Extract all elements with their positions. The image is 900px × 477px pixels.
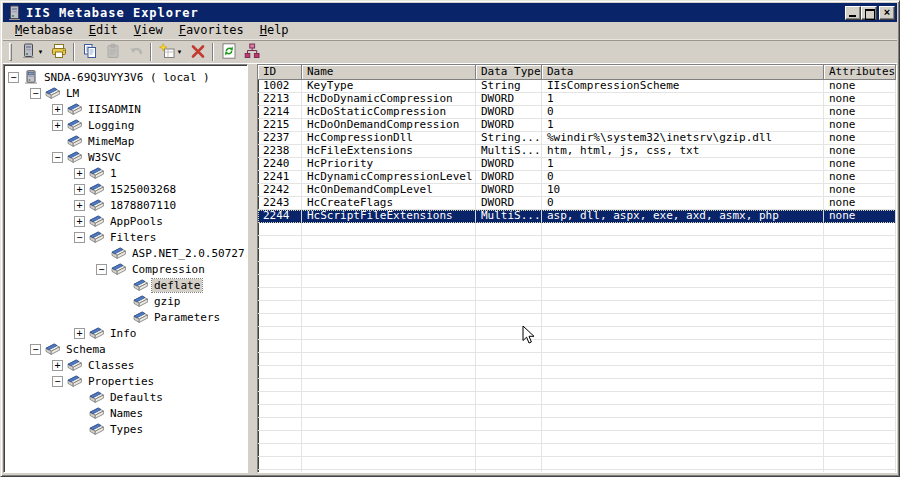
list-row-2242[interactable]: 2242HcOnDemandCompLevelDWORD10none — [258, 184, 896, 197]
new-key-button[interactable]: ▼ — [155, 41, 186, 63]
menu-favorites[interactable]: Favorites — [171, 22, 252, 39]
dropdown-arrow-icon[interactable]: ▼ — [38, 49, 44, 55]
list-row-2213[interactable]: 2213HcDoDynamicCompressionDWORD1none — [258, 93, 896, 106]
menu-edit[interactable]: Edit — [81, 22, 126, 39]
collapse-toggle[interactable]: − — [30, 344, 41, 355]
collapse-toggle[interactable]: − — [30, 88, 41, 99]
tree-item-filters[interactable]: −Filters — [4, 229, 247, 245]
collapse-toggle[interactable]: − — [74, 232, 85, 243]
pane-splitter[interactable] — [248, 64, 257, 473]
tree-item-iisadmin[interactable]: +IISADMIN — [4, 101, 247, 117]
list-row-1002[interactable]: 1002KeyTypeStringIIsCompressionSchemenon… — [258, 80, 896, 93]
new-key-icon — [159, 43, 175, 59]
key-icon — [88, 406, 105, 420]
connect-button[interactable]: ▼ — [16, 41, 47, 63]
column-header-name[interactable]: Name — [302, 65, 476, 80]
tree-item-deflate[interactable]: deflate — [4, 277, 247, 293]
cell-data — [542, 236, 824, 249]
tree-item-snda-69q3uyy3v6-local[interactable]: −SNDA-69Q3UYY3V6 ( local ) — [4, 69, 247, 85]
expand-toggle[interactable]: + — [74, 216, 85, 227]
list-row-2244[interactable]: 2244HcScriptFileExtensionsMultiS...asp, … — [258, 210, 896, 223]
tree-item-classes[interactable]: +Classes — [4, 357, 247, 373]
cell-attributes — [824, 470, 896, 472]
key-icon — [44, 342, 61, 356]
cell-data-type — [476, 327, 542, 340]
tree-item-mimemap[interactable]: MimeMap — [4, 133, 247, 149]
tree-item-lm[interactable]: −LM — [4, 85, 247, 101]
list-row-2240[interactable]: 2240HcPriorityDWORD1none — [258, 158, 896, 171]
collapse-toggle[interactable]: − — [96, 264, 107, 275]
column-header-data[interactable]: Data — [542, 65, 824, 80]
tree-item-types[interactable]: Types — [4, 421, 247, 437]
cell-name — [302, 223, 476, 236]
tree-item-compression[interactable]: −Compression — [4, 261, 247, 277]
tree-item-1525003268[interactable]: +1525003268 — [4, 181, 247, 197]
expand-toggle[interactable]: + — [74, 184, 85, 195]
tree-item-asp-net-2-0-50727-0[interactable]: ASP.NET_2.0.50727.0 — [4, 245, 247, 261]
toolbar-grip[interactable] — [9, 43, 12, 61]
tree-item-schema[interactable]: −Schema — [4, 341, 247, 357]
paste-button[interactable] — [101, 41, 124, 63]
tree-item-1[interactable]: +1 — [4, 165, 247, 181]
collapse-toggle[interactable]: − — [52, 152, 63, 163]
list-row-empty — [258, 366, 896, 379]
list-row-2238[interactable]: 2238HcFileExtensionsMultiS...htm, html, … — [258, 145, 896, 158]
tree-item-apppools[interactable]: +AppPools — [4, 213, 247, 229]
menu-view[interactable]: View — [126, 22, 171, 39]
paste-icon — [105, 43, 121, 59]
tree-item-w3svc[interactable]: −W3SVC — [4, 149, 247, 165]
cell-data: 0 — [542, 106, 824, 119]
cell-id — [258, 249, 302, 262]
tree-item-label: Properties — [86, 375, 156, 388]
expand-toggle[interactable]: + — [52, 120, 63, 131]
column-header-attributes[interactable]: Attributes — [824, 65, 896, 80]
cell-data-type: DWORD — [476, 119, 542, 132]
cell-attributes — [824, 444, 896, 457]
tree-item-gzip[interactable]: gzip — [4, 293, 247, 309]
hierarchy-button[interactable] — [240, 41, 263, 63]
cell-data — [542, 223, 824, 236]
print-button[interactable] — [47, 41, 70, 63]
expand-toggle[interactable]: + — [52, 104, 63, 115]
cell-attributes — [824, 418, 896, 431]
expand-toggle[interactable]: + — [52, 360, 63, 371]
list-row-2215[interactable]: 2215HcDoOnDemandCompressionDWORD1none — [258, 119, 896, 132]
undo-button[interactable] — [124, 41, 147, 63]
list-row-2214[interactable]: 2214HcDoStaticCompressionDWORD0none — [258, 106, 896, 119]
tree-item-info[interactable]: +Info — [4, 325, 247, 341]
expand-toggle[interactable]: + — [74, 328, 85, 339]
collapse-toggle[interactable]: − — [8, 72, 19, 83]
tree-item-properties[interactable]: −Properties — [4, 373, 247, 389]
close-button[interactable]: × — [879, 6, 895, 20]
refresh-button[interactable] — [217, 41, 240, 63]
list-row-2241[interactable]: 2241HcDynamicCompressionLevelDWORD0none — [258, 171, 896, 184]
copy-button[interactable] — [78, 41, 101, 63]
list-row-2243[interactable]: 2243HcCreateFlagsDWORD0none — [258, 197, 896, 210]
menu-metabase[interactable]: Metabase — [7, 22, 81, 39]
menu-help[interactable]: Help — [252, 22, 297, 39]
expand-toggle[interactable]: + — [74, 200, 85, 211]
column-header-data-type[interactable]: Data Type — [476, 65, 542, 80]
tree-item-names[interactable]: Names — [4, 405, 247, 421]
tree-item-defaults[interactable]: Defaults — [4, 389, 247, 405]
collapse-toggle[interactable]: − — [52, 376, 63, 387]
tree-item-1878807110[interactable]: +1878807110 — [4, 197, 247, 213]
minimize-button[interactable] — [845, 6, 861, 20]
dropdown-arrow-icon[interactable]: ▼ — [177, 49, 183, 55]
tree-item-label: LM — [64, 87, 81, 100]
delete-button[interactable] — [186, 41, 209, 63]
tree-item-label: AppPools — [108, 215, 165, 228]
cell-data — [542, 275, 824, 288]
cell-id — [258, 236, 302, 249]
list-row-2237[interactable]: 2237HcCompressionDllString...%windir%\sy… — [258, 132, 896, 145]
key-icon — [88, 390, 105, 404]
cell-data-type — [476, 405, 542, 418]
tree-item-logging[interactable]: +Logging — [4, 117, 247, 133]
cell-data: 1 — [542, 93, 824, 106]
column-header-id[interactable]: ID — [258, 65, 302, 80]
expand-toggle[interactable]: + — [74, 168, 85, 179]
maximize-button[interactable] — [861, 6, 877, 20]
cell-attributes: none — [824, 93, 896, 106]
cell-attributes: none — [824, 184, 896, 197]
tree-item-parameters[interactable]: Parameters — [4, 309, 247, 325]
